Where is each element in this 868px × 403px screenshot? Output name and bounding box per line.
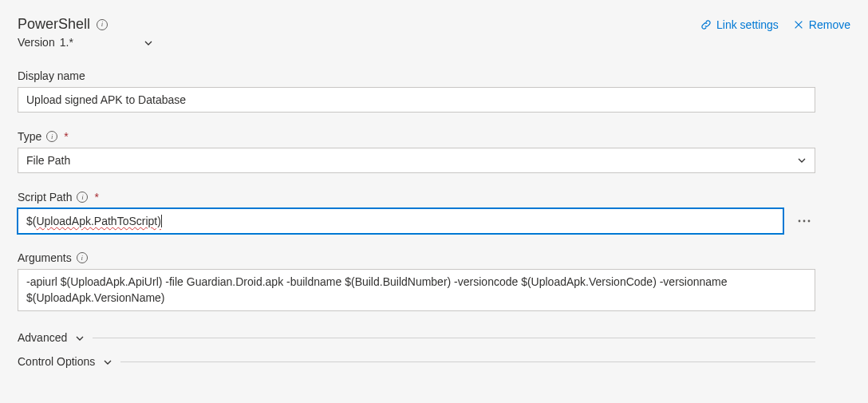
type-label: Type [18, 130, 41, 143]
link-settings-label: Link settings [716, 18, 779, 31]
info-icon[interactable]: i [77, 252, 88, 263]
task-settings-panel: PowerShell i Link settings Remove Versio… [0, 0, 868, 368]
chevron-down-icon [144, 38, 153, 47]
display-name-input[interactable] [18, 87, 815, 113]
type-select[interactable]: File Path [18, 148, 815, 173]
control-options-label: Control Options [18, 355, 95, 368]
version-value: 1.* [60, 36, 73, 49]
chevron-down-icon [797, 156, 807, 165]
required-mark: * [94, 191, 98, 203]
control-options-section[interactable]: Control Options [18, 355, 850, 368]
svg-point-3 [803, 220, 806, 223]
arguments-label: Arguments [18, 251, 72, 264]
ellipsis-icon [798, 219, 811, 223]
script-path-prefix: $( [26, 215, 36, 227]
info-icon[interactable]: i [77, 192, 88, 203]
chevron-down-icon [75, 333, 85, 342]
svg-point-4 [808, 220, 811, 223]
info-icon[interactable]: i [46, 131, 57, 142]
script-path-input[interactable]: $(UploadApk.PathToScript) [18, 208, 783, 234]
script-path-label: Script Path [18, 191, 72, 203]
advanced-label: Advanced [18, 331, 67, 344]
info-icon[interactable]: i [97, 19, 108, 30]
task-title: PowerShell [18, 16, 90, 33]
svg-point-2 [799, 220, 801, 223]
remove-label: Remove [809, 18, 850, 31]
title-wrap: PowerShell i [18, 16, 108, 33]
link-icon [700, 19, 712, 30]
arguments-input[interactable] [18, 269, 815, 311]
advanced-section[interactable]: Advanced [18, 331, 850, 344]
required-mark: * [64, 130, 68, 143]
chevron-down-icon [103, 357, 112, 366]
script-path-field: Script Path i * $(UploadApk.PathToScript… [18, 191, 850, 234]
version-label: Version [18, 36, 55, 49]
browse-button[interactable] [793, 210, 815, 232]
close-icon [793, 19, 804, 30]
version-dropdown[interactable]: Version 1.* [18, 36, 153, 49]
header-row: PowerShell i Link settings Remove [18, 16, 850, 33]
text-caret [161, 215, 162, 227]
type-field: Type i * File Path [18, 130, 850, 173]
display-name-field: Display name [18, 69, 850, 113]
script-path-squiggle: UploadApk.PathToScript) [36, 215, 160, 227]
remove-button[interactable]: Remove [793, 18, 850, 31]
arguments-field: Arguments i [18, 251, 850, 314]
link-settings-button[interactable]: Link settings [700, 18, 779, 31]
section-divider [120, 362, 815, 362]
section-divider [93, 338, 815, 338]
type-value: File Path [26, 154, 70, 167]
display-name-label: Display name [18, 69, 85, 82]
header-actions: Link settings Remove [700, 18, 850, 31]
